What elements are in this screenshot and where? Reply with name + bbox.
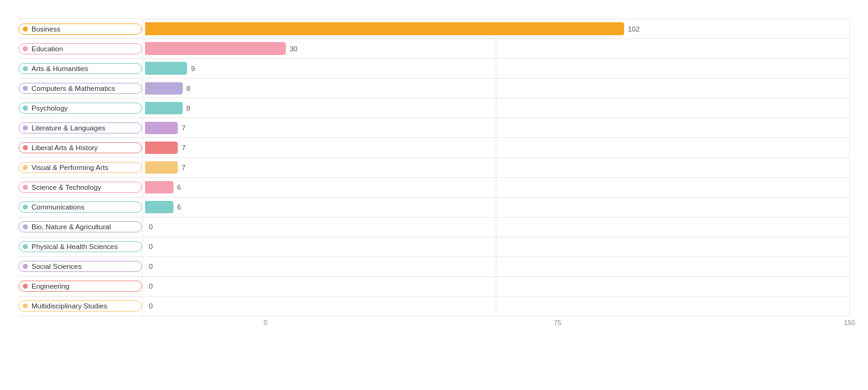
bar-track-0: 102	[145, 22, 849, 35]
bar-label-text-5: Literature & Languages	[31, 124, 106, 132]
table-row: Literature & Languages7	[19, 117, 849, 137]
bar-label-text-6: Liberal Arts & History	[31, 144, 98, 151]
bar-label-text-0: Business	[31, 25, 61, 33]
bar-value-4: 8	[186, 104, 190, 112]
x-tick-0: 0	[264, 319, 267, 326]
bar-label-text-8: Science & Technology	[31, 184, 101, 191]
chart-area: Business102Education30Arts & Humanities9…	[19, 19, 849, 331]
bar-value-1: 30	[290, 45, 298, 53]
bar-label-text-2: Arts & Humanities	[31, 65, 88, 72]
table-row: Education30	[19, 38, 849, 58]
bar-fill-2	[145, 62, 187, 74]
table-row: Bio, Nature & Agricultural0	[19, 217, 849, 237]
bar-dot-10	[23, 224, 28, 229]
bar-label-text-1: Education	[31, 45, 63, 53]
bar-label-text-13: Engineering	[31, 282, 69, 290]
bar-label-2: Arts & Humanities	[19, 63, 142, 74]
bar-label-5: Literature & Languages	[19, 122, 142, 134]
bar-dot-12	[23, 264, 28, 269]
bar-dot-9	[23, 205, 28, 210]
bar-track-1: 30	[145, 42, 849, 54]
bar-fill-0	[145, 22, 624, 35]
bar-label-8: Science & Technology	[19, 182, 142, 193]
table-row: Computers & Mathematics8	[19, 78, 849, 98]
table-row: Liberal Arts & History7	[19, 137, 849, 157]
x-axis: 075150	[19, 319, 849, 331]
bar-label-6: Liberal Arts & History	[19, 142, 142, 153]
bar-value-10: 0	[149, 223, 152, 231]
bar-label-14: Multidisciplinary Studies	[19, 300, 142, 312]
x-axis-labels: 075150	[265, 319, 849, 331]
bar-value-11: 0	[149, 243, 152, 250]
bar-track-8: 6	[145, 181, 849, 193]
bar-dot-8	[23, 185, 28, 190]
bar-label-7: Visual & Performing Arts	[19, 162, 142, 173]
table-row: Social Sciences0	[19, 256, 849, 276]
bar-track-7: 7	[145, 161, 849, 174]
bar-value-13: 0	[149, 282, 152, 290]
table-row: Physical & Health Sciences0	[19, 237, 849, 256]
bar-label-text-9: Communications	[31, 203, 85, 211]
bar-value-7: 7	[182, 164, 185, 171]
bar-label-0: Business	[19, 23, 142, 35]
bar-track-6: 7	[145, 142, 849, 154]
bar-track-10: 0	[145, 221, 849, 233]
bar-dot-13	[23, 284, 28, 289]
bar-label-1: Education	[19, 43, 142, 54]
bar-label-text-10: Bio, Nature & Agricultural	[31, 223, 111, 231]
bars-section: Business102Education30Arts & Humanities9…	[19, 19, 849, 316]
x-tick-150: 150	[844, 319, 855, 326]
bar-label-4: Psychology	[19, 103, 142, 114]
bar-fill-8	[145, 181, 173, 193]
bar-label-text-14: Multidisciplinary Studies	[31, 302, 107, 310]
bar-value-6: 7	[182, 144, 185, 151]
bar-label-text-12: Social Sciences	[31, 263, 81, 270]
bar-track-9: 6	[145, 201, 849, 213]
table-row: Communications6	[19, 197, 849, 217]
bar-dot-7	[23, 165, 28, 170]
table-row: Arts & Humanities9	[19, 58, 849, 78]
bar-value-12: 0	[149, 263, 152, 270]
bar-dot-6	[23, 145, 28, 150]
bar-track-4: 8	[145, 102, 849, 114]
bar-label-9: Communications	[19, 201, 142, 213]
bar-label-text-4: Psychology	[31, 104, 68, 112]
bar-fill-6	[145, 142, 178, 154]
bar-label-text-3: Computers & Mathematics	[31, 85, 115, 92]
bar-fill-4	[145, 102, 183, 114]
bar-value-3: 8	[186, 85, 190, 92]
bar-dot-5	[23, 125, 28, 130]
bar-fill-3	[145, 82, 183, 95]
table-row: Multidisciplinary Studies0	[19, 296, 849, 316]
bar-fill-9	[145, 201, 173, 213]
bar-fill-5	[145, 122, 178, 134]
bar-dot-2	[23, 66, 28, 71]
table-row: Business102	[19, 19, 849, 38]
bar-value-8: 6	[177, 184, 181, 191]
bar-dot-14	[23, 303, 28, 308]
x-tick-75: 75	[554, 319, 561, 326]
bar-dot-11	[23, 244, 28, 249]
bar-value-9: 6	[177, 203, 181, 211]
bar-track-13: 0	[145, 280, 849, 292]
bar-track-2: 9	[145, 62, 849, 74]
bar-value-0: 102	[628, 25, 640, 33]
bar-track-11: 0	[145, 240, 849, 253]
bar-dot-3	[23, 86, 28, 91]
bar-label-text-11: Physical & Health Sciences	[31, 243, 118, 250]
bar-track-14: 0	[145, 300, 849, 312]
table-row: Engineering0	[19, 276, 849, 296]
table-row: Visual & Performing Arts7	[19, 157, 849, 177]
bar-dot-0	[23, 27, 28, 32]
bar-dot-4	[23, 106, 28, 111]
bar-label-13: Engineering	[19, 281, 142, 292]
bar-value-2: 9	[191, 65, 194, 72]
table-row: Science & Technology6	[19, 177, 849, 197]
bar-label-12: Social Sciences	[19, 261, 142, 272]
bar-value-14: 0	[149, 302, 152, 310]
bar-fill-7	[145, 161, 178, 174]
bar-label-text-7: Visual & Performing Arts	[31, 164, 108, 171]
bar-label-11: Physical & Health Sciences	[19, 241, 142, 252]
bar-track-3: 8	[145, 82, 849, 95]
bar-track-5: 7	[145, 122, 849, 134]
